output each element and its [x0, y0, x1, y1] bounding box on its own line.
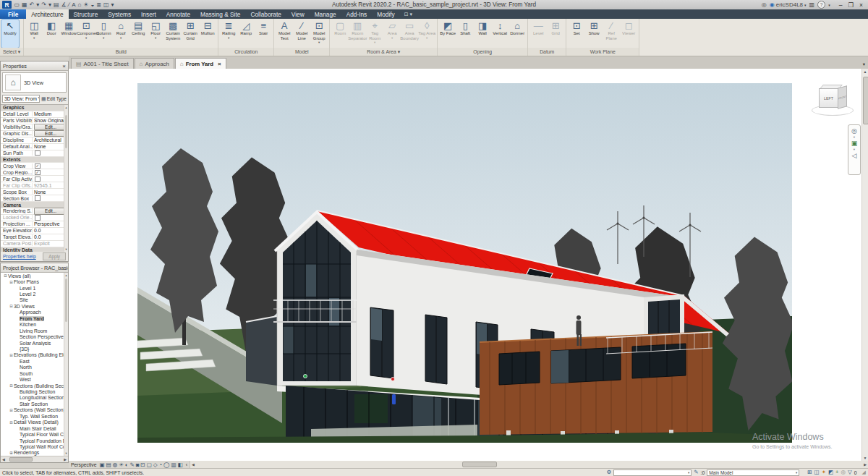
property-row[interactable]: Target Eleva... 0.0: [1, 234, 68, 241]
shaft-button[interactable]: ▯Shaft: [456, 20, 474, 48]
scroll-right-icon[interactable]: ▶: [862, 462, 868, 467]
model-group-button[interactable]: ⊡Model Group▾: [310, 20, 328, 48]
edit-type-button[interactable]: ▦ Edit Type: [41, 96, 67, 102]
dormer-button[interactable]: ⌂Dormer: [509, 20, 526, 48]
tree-views-all[interactable]: ⊟ Views (all): [1, 273, 68, 279]
property-value[interactable]: [33, 195, 68, 201]
property-value[interactable]: None: [33, 144, 68, 149]
measure-icon[interactable]: ∡: [60, 1, 67, 9]
minimize-button[interactable]: –: [836, 1, 846, 9]
opening-by-face-button[interactable]: ◩By Face: [439, 20, 456, 48]
properties-header[interactable]: Properties ×: [1, 61, 68, 71]
property-value[interactable]: [33, 215, 68, 221]
v-scrollbar[interactable]: ▲ ▼: [861, 69, 868, 461]
railing-button[interactable]: ≣Railing▾: [220, 20, 237, 48]
save-icon[interactable]: ▦: [21, 1, 29, 9]
property-row[interactable]: Extents: [1, 157, 68, 163]
sun-settings-icon[interactable]: ☀: [82, 1, 90, 9]
tree-south[interactable]: South: [1, 370, 68, 376]
switch-windows-icon[interactable]: ◫: [103, 1, 111, 9]
thin-lines-icon[interactable]: ≣: [95, 1, 103, 9]
tab-manage[interactable]: Manage: [310, 9, 341, 19]
browser-scrollbar[interactable]: ▲ ▼: [64, 273, 68, 456]
tab-annotate[interactable]: Annotate: [161, 9, 195, 19]
floor-button[interactable]: ◱Floor▾: [147, 20, 164, 48]
zoom-icon[interactable]: ▣: [851, 140, 858, 147]
tree-renderings[interactable]: ⊞ Renderings: [1, 450, 68, 456]
scroll-right-icon[interactable]: ▶: [62, 457, 68, 462]
property-row[interactable]: Rendering S... Edit...: [1, 208, 68, 215]
scroll-down-icon[interactable]: ▼: [862, 456, 868, 460]
tree-north[interactable]: North: [1, 365, 68, 370]
shadows-icon[interactable]: ◐: [125, 462, 129, 468]
scroll-thumb[interactable]: [863, 77, 868, 124]
property-value[interactable]: 92545.1: [33, 183, 68, 188]
property-row[interactable]: Camera Posi... Explicit: [1, 241, 68, 247]
panel-name-work-plane[interactable]: Work Plane: [566, 48, 639, 56]
tree-typ-wall-section[interactable]: Typ. Wall Section: [1, 413, 68, 419]
print-icon[interactable]: ▤: [53, 1, 61, 9]
curtain-system-button[interactable]: ▩Curtain System: [164, 20, 182, 48]
tree-detail-views[interactable]: ⊟ Detail Views (Detail): [1, 420, 68, 425]
set-workplane-button[interactable]: ⊡Set: [568, 20, 585, 48]
component-button[interactable]: ⊡Component▾: [77, 20, 95, 48]
property-row[interactable]: Scope Box None: [1, 189, 68, 195]
scroll-left-icon[interactable]: ◀: [190, 462, 196, 467]
reveal-hidden-elements-icon[interactable]: ◯: [163, 462, 169, 468]
show-workplane-button[interactable]: ⊞Show: [585, 20, 603, 48]
undo-icon[interactable]: ↶: [28, 1, 35, 9]
scroll-thumb[interactable]: [9, 457, 33, 462]
search-icon[interactable]: ◎: [762, 1, 767, 8]
scroll-up-icon[interactable]: ▲: [862, 69, 868, 74]
revit-logo[interactable]: R: [2, 1, 12, 9]
tree-east[interactable]: East: [1, 358, 68, 364]
tree-floor-plans[interactable]: ⊟ Floor Plans: [1, 279, 68, 284]
scale-button[interactable]: Perspective: [71, 462, 98, 467]
property-value[interactable]: [33, 177, 68, 182]
sketchy-lines-icon[interactable]: ✎: [130, 462, 135, 468]
app-store-icon[interactable]: ▥: [809, 1, 815, 8]
scroll-up-icon[interactable]: ▲: [64, 106, 68, 109]
user-account[interactable]: ◉ ericSD4L8 ▾: [770, 1, 807, 8]
tree-kitchen[interactable]: Kitchen: [1, 322, 68, 328]
text-icon[interactable]: A: [71, 1, 77, 9]
size-crop-icon[interactable]: ▣: [100, 462, 105, 468]
properties-help-link[interactable]: Properties help: [3, 254, 36, 259]
property-row[interactable]: Detail Level Medium: [1, 111, 68, 118]
property-row[interactable]: Projection ... Perspective: [1, 221, 68, 228]
panel-name-select[interactable]: Select ▾: [0, 48, 23, 56]
scroll-thumb[interactable]: [462, 462, 497, 467]
wall-opening-button[interactable]: ◨Wall: [474, 20, 491, 48]
worksharing-display-icon[interactable]: ◧: [178, 462, 183, 468]
expander-icon[interactable]: ⊟: [9, 280, 14, 284]
grid-button[interactable]: ⊞Grid: [547, 20, 564, 48]
model-line-button[interactable]: ∕Model Line: [293, 20, 310, 48]
zoom-caret-icon[interactable]: ▾: [854, 148, 855, 151]
tree-stair-section[interactable]: Stair Section: [1, 401, 68, 407]
scroll-down-icon[interactable]: ▼: [64, 247, 68, 251]
tree-elevations[interactable]: ⊟ Elevations (Building Elevat: [1, 352, 68, 358]
tab-modify[interactable]: Modify: [372, 9, 399, 19]
drag-on-selection-icon[interactable]: +: [835, 469, 838, 476]
tab-a001-title-sheet[interactable]: ▤ A001 - Title Sheet: [71, 58, 134, 69]
stair-button[interactable]: ≡Stair: [255, 20, 272, 48]
expander-icon[interactable]: ⊟: [9, 353, 14, 357]
tab-systems[interactable]: Systems: [103, 9, 136, 19]
property-row[interactable]: Graphic Dis... Edit...: [1, 131, 68, 137]
type-selector[interactable]: ⌂ 3D View: [2, 72, 67, 93]
close-view-icon[interactable]: ×: [218, 61, 221, 67]
room-separator-button[interactable]: ▥Room Separator: [349, 20, 366, 48]
tree-site[interactable]: Site: [1, 297, 68, 303]
unlocked-view-icon[interactable]: ◇: [153, 462, 158, 468]
element-selector-dropdown[interactable]: 3D View: From Yard ▾: [2, 95, 40, 103]
tab-architecture[interactable]: Architecture: [26, 9, 68, 19]
scroll-up-icon[interactable]: ▲: [64, 273, 68, 277]
column-button[interactable]: ▯Column▾: [95, 20, 112, 48]
property-row[interactable]: Discipline Architectural: [1, 137, 68, 144]
panel-name-model[interactable]: Model: [274, 48, 329, 56]
ceiling-button[interactable]: ▤Ceiling: [129, 20, 147, 48]
area-button[interactable]: ▱Area▾: [383, 20, 401, 48]
scroll-thumb[interactable]: [65, 279, 68, 322]
tree-from-yard[interactable]: From Yard: [1, 315, 68, 321]
vertical-opening-button[interactable]: ↕Vertical: [491, 20, 509, 48]
